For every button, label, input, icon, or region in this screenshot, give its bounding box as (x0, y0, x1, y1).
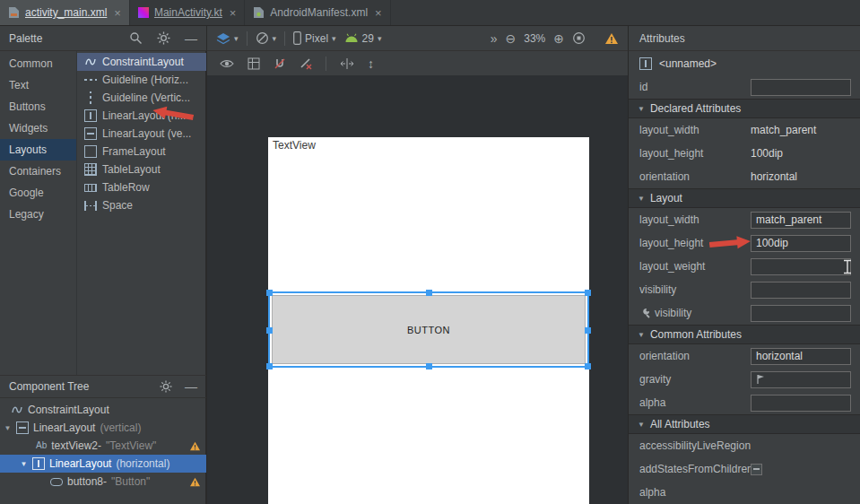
palette-item-constraintlayout[interactable]: ConstraintLayout (77, 53, 206, 71)
toolbar-overflow-icon[interactable]: » (491, 32, 498, 45)
zoom-in-button[interactable]: ⊕ (553, 32, 564, 45)
resize-handle-left[interactable] (266, 327, 273, 334)
canvas-textview[interactable]: TextView (273, 139, 316, 152)
hide-panel-icon[interactable]: — (185, 380, 197, 393)
hide-panel-icon[interactable]: — (185, 32, 197, 45)
toolbar-separator (247, 31, 248, 46)
search-icon[interactable] (129, 31, 143, 45)
design-canvas[interactable]: TextView BUTTON (206, 75, 628, 504)
layers-icon (216, 32, 230, 45)
api-level-selector[interactable]: 29 ▾ (344, 32, 382, 45)
section-declared-attributes[interactable]: ▼ Declared Attributes (629, 99, 860, 118)
visibility-field[interactable] (751, 282, 851, 299)
palette-item-space[interactable]: Space (77, 196, 206, 214)
attributes-title: Attributes (639, 32, 685, 45)
caret-down-icon: ▾ (273, 34, 277, 43)
close-icon[interactable]: × (230, 7, 237, 19)
palette-item-tablelayout[interactable]: TableLayout (77, 161, 206, 178)
tools-visibility-field[interactable] (751, 305, 851, 322)
canvas-button[interactable]: BUTTON (272, 295, 586, 364)
design-blueprint-toggle-icon[interactable] (248, 57, 260, 70)
section-common-attributes[interactable]: ▼ Common Attributes (629, 325, 860, 344)
id-field[interactable] (751, 79, 851, 96)
resize-handle-top-left[interactable] (266, 290, 273, 296)
api-level: 29 (362, 32, 374, 45)
alpha-field[interactable] (751, 395, 851, 412)
warning-icon[interactable] (189, 441, 201, 451)
pack-vertical-icon[interactable]: ↕ (368, 57, 374, 70)
linearlayout-vertical-icon (16, 421, 29, 434)
resize-handle-top[interactable] (426, 290, 432, 296)
attribute-row: layout_height 100dip (629, 142, 860, 165)
tab-androidmanifest-xml[interactable]: AndroidManifest.xml × (245, 0, 390, 25)
palette-category-google[interactable]: Google (0, 182, 76, 204)
layout-weight-field[interactable] (751, 258, 851, 275)
layout-width-field[interactable]: match_parent (751, 212, 851, 229)
palette-category-layouts[interactable]: Layouts (0, 139, 76, 161)
manifest-file-icon (253, 6, 265, 19)
theme-selector[interactable]: ▾ (256, 31, 277, 45)
palette-category-text[interactable]: Text (0, 74, 76, 96)
palette-item-linearlayout-vertical[interactable]: LinearLayout (ve... (77, 125, 206, 143)
device-selector[interactable]: Pixel ▾ (293, 31, 336, 45)
tree-item-constraintlayout[interactable]: ConstraintLayout (0, 401, 206, 419)
design-surface-selector[interactable]: ▾ (216, 32, 239, 45)
palette-category-widgets[interactable]: Widgets (0, 117, 76, 139)
warning-icon[interactable] (189, 477, 201, 487)
collapse-icon: ▼ (638, 195, 645, 203)
palette-category-legacy[interactable]: Legacy (0, 204, 76, 225)
default-margins-icon[interactable] (340, 57, 354, 70)
tree-item-textview2[interactable]: Ab textView2- "TextView" (0, 437, 206, 455)
text-cursor (842, 259, 853, 274)
collapse-icon[interactable]: ▼ (4, 424, 12, 432)
caret-down-icon: ▾ (378, 34, 382, 43)
close-icon[interactable]: × (375, 7, 382, 19)
device-name: Pixel (305, 32, 328, 45)
editor-tab-bar: activity_main.xml × MainActivity.kt × An… (0, 0, 860, 26)
autoconnect-off-magnet-icon[interactable] (274, 57, 286, 70)
resize-handle-bottom[interactable] (426, 363, 432, 369)
phone-icon (293, 31, 301, 45)
gear-icon[interactable] (157, 31, 170, 45)
orientation-field[interactable]: horizontal (751, 348, 851, 365)
palette-item-tablerow[interactable]: TableRow (77, 178, 206, 196)
palette-category-buttons[interactable]: Buttons (0, 96, 76, 117)
palette-item-guideline-horizontal[interactable]: Guideline (Horiz... (77, 71, 206, 89)
close-icon[interactable]: × (114, 7, 121, 19)
resize-handle-bottom-right[interactable] (585, 363, 591, 369)
gear-icon[interactable] (160, 380, 172, 393)
render-warnings-button[interactable] (604, 32, 619, 45)
tree-item-linearlayout-horizontal[interactable]: ▼ LinearLayout (horizontal) (0, 455, 206, 473)
tab-mainactivity-kt[interactable]: MainActivity.kt × (130, 0, 245, 25)
layout-xml-file-icon (8, 6, 20, 19)
clear-constraints-icon[interactable] (300, 57, 312, 70)
palette-category-common[interactable]: Common (0, 53, 76, 74)
attribute-row: visibility (629, 301, 860, 325)
palette-item-guideline-vertical[interactable]: Guideline (Vertic... (77, 89, 206, 107)
section-layout[interactable]: ▼ Layout (629, 188, 860, 208)
tablelayout-icon (84, 163, 97, 176)
linearlayout-vertical-icon (84, 127, 97, 140)
constraintlayout-icon (84, 56, 97, 68)
indeterminate-checkbox[interactable] (751, 464, 762, 475)
device-screen[interactable]: TextView BUTTON (268, 137, 589, 504)
attribute-row: layout_width match_parent (629, 118, 860, 142)
gravity-field[interactable] (751, 371, 851, 388)
resize-handle-top-right[interactable] (585, 290, 591, 296)
resize-handle-right[interactable] (585, 327, 591, 334)
tree-item-linearlayout-vertical[interactable]: ▼ LinearLayout (vertical) (0, 419, 206, 437)
section-all-attributes[interactable]: ▼ All Attributes (629, 414, 860, 434)
button-icon (50, 478, 63, 486)
palette-category-containers[interactable]: Containers (0, 161, 76, 182)
layout-height-field[interactable]: 100dip (751, 235, 851, 252)
selected-component-row: <unnamed> (629, 51, 860, 75)
collapse-icon[interactable]: ▼ (20, 460, 28, 468)
palette-component-list: ConstraintLayout Guideline (Horiz... Gui… (76, 51, 206, 375)
view-options-eye-icon[interactable] (220, 57, 234, 70)
zoom-out-button[interactable]: ⊖ (506, 32, 517, 45)
zoom-to-fit-button[interactable] (572, 31, 586, 45)
resize-handle-bottom-left[interactable] (266, 363, 273, 369)
tab-activity-main-xml[interactable]: activity_main.xml × (0, 0, 130, 25)
tree-item-button8[interactable]: button8- "Button" (0, 473, 206, 491)
palette-item-framelayout[interactable]: FrameLayout (77, 143, 206, 161)
